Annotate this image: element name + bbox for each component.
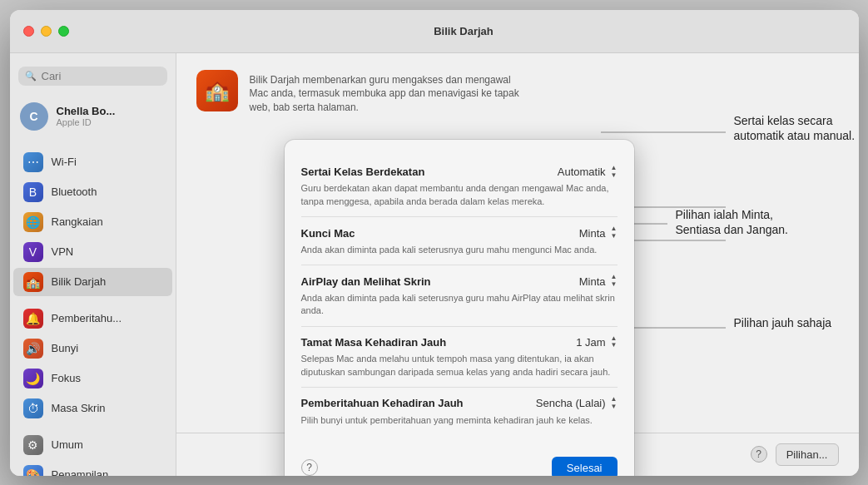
kunci-mac-value[interactable]: Minta ▲▼ [579,225,618,240]
wifi-icon: ⋯ [23,152,43,172]
chevron-updown-icon-3: ▲▼ [611,274,618,289]
sidebar-label-bluetooth: Bluetooth [52,186,97,198]
sidebar-label-sound: Bunyi [52,342,79,354]
sidebar-label-classroom: Bilik Darjah [52,275,107,288]
sertai-kelas-desc: Guru berdekatan akan dapat membantu anda… [301,182,618,208]
sidebar-item-bluetooth[interactable]: B Bluetooth [13,178,172,206]
airplay-title: AirPlay dan Melihat Skrin [301,275,431,288]
user-name: Chella Bo... [57,105,116,117]
network-icon: 🌐 [23,212,43,232]
sidebar-item-wifi[interactable]: ⋯ Wi-Fi [13,148,172,176]
airplay-desc: Anda akan diminta pada kali seterusnya g… [301,292,618,318]
dialog-overlay: Sertai Kelas Berdekatan Automatik ▲▼ Gur… [176,123,859,433]
dialog-row-kunci-mac: Kunci Mac Minta ▲▼ Anda akan diminta pad… [301,217,618,265]
pemberitahuan-title: Pemberitahuan Kehadiran Jauh [301,397,464,409]
sidebar-label-appearance: Penampilan [52,468,109,476]
sidebar: 🔍 C Chella Bo... Apple ID ⋯ Wi-Fi B [10,53,176,476]
search-box[interactable]: 🔍 [18,67,167,86]
dialog-row-sertai-kelas: Sertai Kelas Berdekatan Automatik ▲▼ Gur… [301,156,618,217]
general-icon: ⚙ [23,435,43,455]
chevron-updown-icon-5: ▲▼ [611,396,618,411]
classroom-icon: 🏫 [23,272,43,292]
content-description: Bilik Darjah membenarkan guru mengakses … [250,70,533,115]
tamat-masa-desc: Selepas Mac anda melahu untuk tempoh mas… [301,353,618,379]
sidebar-label-vpn: VPN [52,245,74,258]
tamat-masa-value[interactable]: 1 Jam ▲▼ [576,335,617,350]
sertai-kelas-value[interactable]: Automatik ▲▼ [558,165,618,180]
fullscreen-button[interactable] [58,26,69,37]
window-title: Bilik Darjah [82,25,846,37]
vpn-icon: V [23,242,43,262]
bluetooth-icon: B [23,182,43,202]
sidebar-item-classroom[interactable]: 🏫 Bilik Darjah [13,268,172,296]
dialog-done-button[interactable]: Selesai [552,457,618,476]
dialog-row-header-3: AirPlay dan Melihat Skrin Minta ▲▼ [301,274,618,289]
avatar: C [20,102,48,131]
main-window: Bilik Darjah 🔍 C Chella Bo... Apple ID [10,10,859,476]
main-area: 🏫 Bilik Darjah membenarkan guru mengakse… [176,53,859,476]
main-body: Sertai Kelas Berdekatan Automatik ▲▼ Gur… [176,123,859,433]
traffic-lights [23,26,69,37]
chevron-updown-icon-4: ▲▼ [611,335,618,350]
sidebar-item-general[interactable]: ⚙ Umum [13,431,172,459]
airplay-value[interactable]: Minta ▲▼ [579,274,618,289]
search-icon: 🔍 [25,71,37,82]
user-subtitle: Apple ID [57,117,116,127]
sidebar-item-vpn[interactable]: V VPN [13,238,172,266]
sidebar-label-network: Rangkaian [52,215,103,228]
options-button[interactable]: Pilihan... [776,443,839,466]
dialog-help-button[interactable]: ? [301,459,318,475]
sertai-kelas-title: Sertai Kelas Berdekatan [301,166,425,178]
minimize-button[interactable] [41,26,52,37]
search-input[interactable] [42,70,161,82]
dialog-row-header-1: Sertai Kelas Berdekatan Automatik ▲▼ [301,165,618,180]
settings-dialog: Sertai Kelas Berdekatan Automatik ▲▼ Gur… [285,140,634,476]
kunci-mac-title: Kunci Mac [301,227,355,240]
chevron-updown-icon: ▲▼ [611,165,618,180]
dialog-footer: ? Selesai [285,448,634,476]
dialog-row-header-4: Tamat Masa Kehadiran Jauh 1 Jam ▲▼ [301,335,618,350]
help-button[interactable]: ? [751,446,767,463]
dialog-row-header-2: Kunci Mac Minta ▲▼ [301,225,618,240]
sound-icon: 🔊 [23,339,43,359]
user-section[interactable]: C Chella Bo... Apple ID [10,96,176,137]
chevron-updown-icon-2: ▲▼ [611,225,618,240]
sidebar-label-screentime: Masa Skrin [52,402,106,414]
close-button[interactable] [23,26,34,37]
sidebar-item-sound[interactable]: 🔊 Bunyi [13,334,172,363]
content-header: 🏫 Bilik Darjah membenarkan guru mengakse… [176,53,859,123]
sidebar-item-network[interactable]: 🌐 Rangkaian [13,208,172,236]
content-app-icon: 🏫 [196,70,238,111]
sidebar-label-wifi: Wi-Fi [52,156,77,168]
dialog-row-tamat-masa: Tamat Masa Kehadiran Jauh 1 Jam ▲▼ Selep… [301,327,618,388]
pemberitahuan-desc: Pilih bunyi untuk pemberitahuan yang mem… [301,414,618,427]
main-content: 🔍 C Chella Bo... Apple ID ⋯ Wi-Fi B [10,53,859,476]
dialog-row-header-5: Pemberitahuan Kehadiran Jauh Sencha (Lal… [301,396,618,411]
dialog-row-airplay: AirPlay dan Melihat Skrin Minta ▲▼ Anda … [301,265,618,326]
sidebar-label-notifications: Pemberitahu... [52,312,122,324]
screentime-icon: ⏱ [23,398,43,418]
sidebar-label-focus: Fokus [52,372,81,384]
dialog-body: Sertai Kelas Berdekatan Automatik ▲▼ Gur… [285,140,634,448]
sidebar-label-general: Umum [52,438,83,451]
focus-icon: 🌙 [23,369,43,388]
sidebar-item-focus[interactable]: 🌙 Fokus [13,364,172,393]
appearance-icon: 🎨 [23,465,43,476]
kunci-mac-desc: Anda akan diminta pada kali seterusnya g… [301,244,618,256]
sidebar-item-appearance[interactable]: 🎨 Penampilan [13,461,172,476]
notifications-icon: 🔔 [23,309,43,329]
sidebar-item-screentime[interactable]: ⏱ Masa Skrin [13,394,172,423]
sidebar-item-notifications[interactable]: 🔔 Pemberitahu... [13,304,172,333]
pemberitahuan-value[interactable]: Sencha (Lalai) ▲▼ [536,396,618,411]
titlebar: Bilik Darjah [10,10,859,53]
dialog-row-pemberitahuan: Pemberitahuan Kehadiran Jauh Sencha (Lal… [301,388,618,435]
tamat-masa-title: Tamat Masa Kehadiran Jauh [301,336,447,349]
